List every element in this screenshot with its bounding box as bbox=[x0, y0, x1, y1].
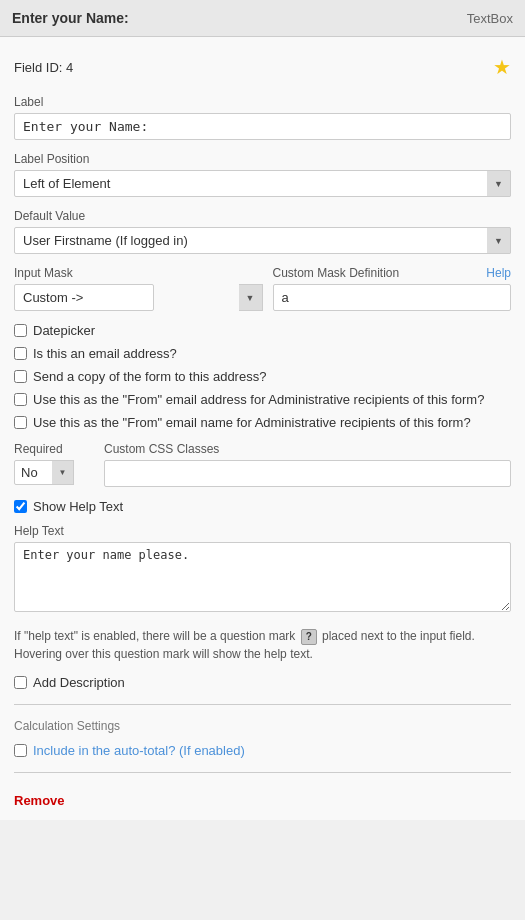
mask-right-header: Custom Mask Definition Help bbox=[273, 266, 512, 280]
show-help-text-group: Show Help Text bbox=[14, 499, 511, 514]
header-title: Enter your Name: bbox=[12, 10, 129, 26]
email-address-label[interactable]: Is this an email address? bbox=[33, 346, 177, 361]
question-mark-badge: ? bbox=[301, 629, 317, 645]
divider-1 bbox=[14, 704, 511, 705]
required-select-wrapper: No Yes bbox=[14, 460, 74, 485]
divider-2 bbox=[14, 772, 511, 773]
label-field-label: Label bbox=[14, 95, 511, 109]
show-help-text-checkbox[interactable] bbox=[14, 500, 27, 513]
datepicker-group: Datepicker bbox=[14, 323, 511, 338]
send-copy-checkbox[interactable] bbox=[14, 370, 27, 383]
from-name-label[interactable]: Use this as the "From" email name for Ad… bbox=[33, 415, 471, 430]
from-email-label[interactable]: Use this as the "From" email address for… bbox=[33, 392, 484, 407]
show-help-text-label[interactable]: Show Help Text bbox=[33, 499, 123, 514]
calculation-settings-section: Calculation Settings Include in the auto… bbox=[14, 719, 511, 758]
help-text-area[interactable]: Enter your name please. bbox=[14, 542, 511, 612]
default-value-row: User Firstname (If logged in) User Lastn… bbox=[14, 227, 511, 254]
star-icon[interactable]: ★ bbox=[493, 55, 511, 79]
mask-row: Input Mask Custom -> None Phone Date Zip… bbox=[14, 266, 511, 311]
input-mask-label: Input Mask bbox=[14, 266, 263, 280]
mask-right: Custom Mask Definition Help bbox=[273, 266, 512, 311]
email-address-group: Is this an email address? bbox=[14, 346, 511, 361]
form-content: Field ID: 4 ★ Label Label Position Left … bbox=[0, 37, 525, 820]
form-header: Enter your Name: TextBox bbox=[0, 0, 525, 37]
custom-css-input[interactable] bbox=[104, 460, 511, 487]
header-type: TextBox bbox=[467, 11, 513, 26]
required-css-row: Required No Yes Custom CSS Classes bbox=[14, 442, 511, 487]
required-group: Required No Yes bbox=[14, 442, 94, 487]
from-name-group: Use this as the "From" email name for Ad… bbox=[14, 415, 511, 430]
default-value-wrapper: User Firstname (If logged in) User Lastn… bbox=[14, 227, 511, 254]
default-value-label: Default Value bbox=[14, 209, 511, 223]
add-description-group: Add Description bbox=[14, 675, 511, 690]
from-email-group: Use this as the "From" email address for… bbox=[14, 392, 511, 407]
add-description-checkbox[interactable] bbox=[14, 676, 27, 689]
datepicker-checkbox[interactable] bbox=[14, 324, 27, 337]
mask-select-wrapper: Custom -> None Phone Date Zip Code bbox=[14, 284, 263, 311]
input-mask-select[interactable]: Custom -> None Phone Date Zip Code bbox=[14, 284, 154, 311]
custom-css-group: Custom CSS Classes bbox=[104, 442, 511, 487]
required-label: Required bbox=[14, 442, 94, 456]
custom-css-label: Custom CSS Classes bbox=[104, 442, 511, 456]
remove-link[interactable]: Remove bbox=[14, 793, 65, 808]
email-address-checkbox[interactable] bbox=[14, 347, 27, 360]
label-position-label: Label Position bbox=[14, 152, 511, 166]
label-position-wrapper: Left of Element Above Element Right of E… bbox=[14, 170, 511, 197]
default-value-group: Default Value User Firstname (If logged … bbox=[14, 209, 511, 254]
calculation-settings-label: Calculation Settings bbox=[14, 719, 511, 733]
help-info-text1: If "help text" is enabled, there will be… bbox=[14, 629, 295, 643]
send-copy-label[interactable]: Send a copy of the form to this address? bbox=[33, 369, 266, 384]
send-copy-group: Send a copy of the form to this address? bbox=[14, 369, 511, 384]
help-text-label: Help Text bbox=[14, 524, 511, 538]
custom-mask-label: Custom Mask Definition bbox=[273, 266, 400, 280]
label-position-select[interactable]: Left of Element Above Element Right of E… bbox=[14, 170, 511, 197]
help-text-group: Help Text Enter your name please. bbox=[14, 524, 511, 615]
auto-total-label[interactable]: Include in the auto-total? (If enabled) bbox=[33, 743, 245, 758]
auto-total-checkbox[interactable] bbox=[14, 744, 27, 757]
add-description-label[interactable]: Add Description bbox=[33, 675, 125, 690]
from-email-checkbox[interactable] bbox=[14, 393, 27, 406]
datepicker-label[interactable]: Datepicker bbox=[33, 323, 95, 338]
help-info-text: If "help text" is enabled, there will be… bbox=[14, 627, 511, 663]
custom-mask-input[interactable] bbox=[273, 284, 512, 311]
auto-total-group: Include in the auto-total? (If enabled) bbox=[14, 743, 511, 758]
default-value-select[interactable]: User Firstname (If logged in) User Lastn… bbox=[14, 227, 511, 254]
field-id-label: Field ID: 4 bbox=[14, 60, 73, 75]
label-input[interactable] bbox=[14, 113, 511, 140]
required-select[interactable]: No Yes bbox=[14, 460, 74, 485]
field-id-row: Field ID: 4 ★ bbox=[14, 49, 511, 85]
label-position-group: Label Position Left of Element Above Ele… bbox=[14, 152, 511, 197]
mask-select-arrow bbox=[239, 284, 263, 311]
mask-help-link[interactable]: Help bbox=[486, 266, 511, 280]
label-group: Label bbox=[14, 95, 511, 140]
from-name-checkbox[interactable] bbox=[14, 416, 27, 429]
mask-left: Input Mask Custom -> None Phone Date Zip… bbox=[14, 266, 263, 311]
